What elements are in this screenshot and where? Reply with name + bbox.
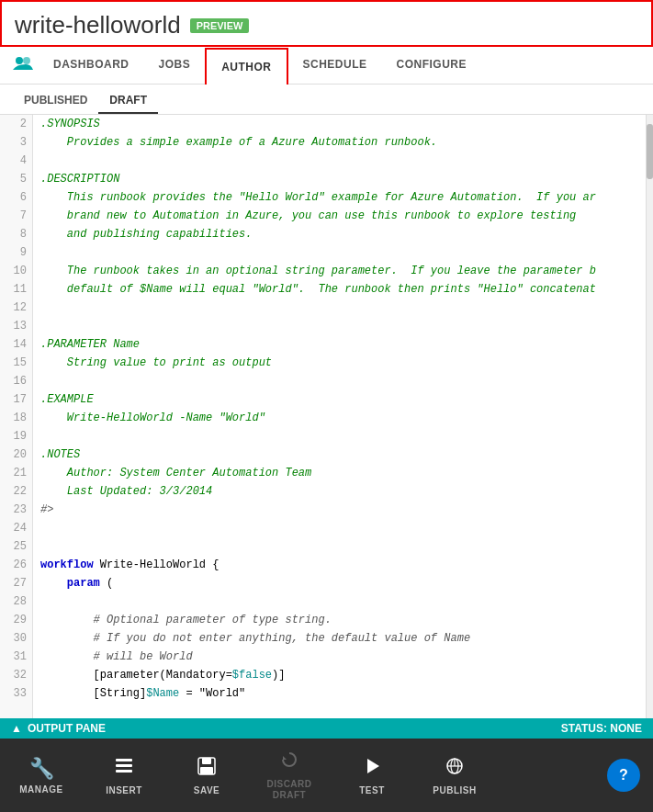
tab-draft[interactable]: DRAFT: [98, 88, 158, 114]
publish-icon: [445, 756, 465, 782]
svg-rect-3: [116, 764, 132, 767]
toolbar-publish[interactable]: PUBLISH: [413, 752, 496, 799]
scrollbar-track[interactable]: [646, 115, 653, 718]
toolbar-save[interactable]: SAVE: [165, 752, 248, 799]
toolbar-test[interactable]: TEST: [331, 752, 413, 799]
toolbar-discard-label: DISCARDDRAFT: [266, 779, 311, 801]
svg-point-0: [16, 57, 23, 64]
svg-rect-7: [200, 767, 213, 774]
toolbar-publish-label: PUBLISH: [433, 785, 476, 795]
code-area[interactable]: 2345678910111213141516171819202122232425…: [0, 115, 653, 718]
output-pane-label: OUTPUT PANE: [28, 722, 106, 735]
toolbar: 🔧 MANAGE INSERT SAVE: [0, 739, 653, 812]
discard-icon: [279, 750, 299, 775]
toolbar-save-label: SAVE: [194, 785, 220, 795]
output-pane: ▲ OUTPUT PANE STATUS: NONE: [0, 718, 653, 739]
page-title: write-helloworld: [15, 11, 181, 39]
code-content[interactable]: .SYNOPSIS Provides a simple example of a…: [33, 115, 646, 718]
nav-configure[interactable]: CONFIGURE: [382, 47, 482, 84]
test-icon: [362, 756, 382, 782]
nav-jobs[interactable]: JOBS: [144, 47, 206, 84]
toolbar-manage[interactable]: 🔧 MANAGE: [0, 753, 83, 798]
nav-author[interactable]: AUTHOR: [205, 48, 287, 85]
nav-icon: [13, 55, 33, 75]
output-pane-status: STATUS: NONE: [561, 722, 642, 735]
page-header: write-helloworld PREVIEW: [0, 0, 653, 47]
svg-point-1: [23, 57, 30, 64]
nav-dashboard[interactable]: DASHBOARD: [39, 47, 144, 84]
svg-marker-8: [283, 756, 287, 760]
toolbar-manage-label: MANAGE: [19, 784, 62, 795]
toolbar-discard[interactable]: DISCARDDRAFT: [248, 746, 331, 805]
tab-published[interactable]: PUBLISHED: [13, 88, 98, 114]
toolbar-insert-label: INSERT: [106, 785, 142, 795]
line-numbers: 2345678910111213141516171819202122232425…: [0, 115, 33, 718]
editor-container: 2345678910111213141516171819202122232425…: [0, 115, 653, 718]
output-pane-arrow-icon: ▲: [11, 722, 22, 735]
save-icon: [197, 756, 217, 782]
svg-marker-9: [367, 759, 379, 773]
toolbar-test-label: TEST: [359, 785, 385, 795]
nav-bar: DASHBOARD JOBS AUTHOR SCHEDULE CONFIGURE: [0, 47, 653, 85]
insert-icon: [114, 756, 134, 782]
svg-rect-4: [116, 770, 132, 773]
svg-rect-2: [116, 759, 132, 761]
nav-schedule[interactable]: SCHEDULE: [288, 47, 382, 84]
preview-badge: PREVIEW: [190, 18, 250, 33]
svg-rect-6: [202, 758, 211, 764]
toolbar-insert[interactable]: INSERT: [83, 752, 165, 799]
scrollbar-thumb[interactable]: [647, 124, 653, 179]
wrench-icon: 🔧: [29, 757, 54, 781]
help-button[interactable]: ?: [607, 759, 640, 792]
subtabs-bar: PUBLISHED DRAFT: [0, 85, 653, 115]
